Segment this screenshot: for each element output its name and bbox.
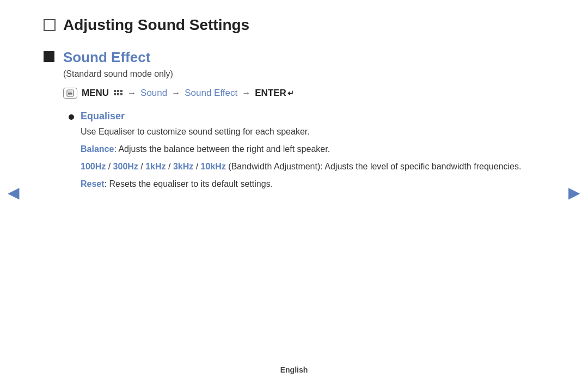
balance-text: : Adjusts the balance between the right … [114,144,330,154]
reset-text: : Resets the equaliser to its default se… [105,179,273,188]
arrow-1: → [127,88,136,98]
equaliser-content: Equaliser Use Equaliser to customize sou… [81,111,544,195]
arrow-2: → [171,88,180,98]
menu-label: MENU [82,88,109,99]
slash-2: / [140,162,145,171]
svg-rect-5 [117,90,119,92]
slash-4: / [196,162,201,171]
footer-language: English [280,365,308,374]
section-subtitle: (Standard sound mode only) [63,69,544,79]
svg-rect-8 [117,93,119,95]
arrow-3: → [242,88,250,98]
svg-rect-4 [114,90,116,92]
freq-10k: 10kHz [201,162,226,171]
svg-rect-7 [114,93,116,95]
sound-link: Sound [140,88,167,99]
slash-1: / [108,162,113,171]
menu-path: MENU → Sound → Sound Effect → ENTER↵ [63,88,544,99]
balance-line: Balance: Adjusts the balance between the… [81,143,544,156]
freq-100: 100Hz [81,162,106,171]
frequency-line: 100Hz / 300Hz / 1kHz / 3kHz / 10kHz (Ban… [81,160,544,173]
freq-description: (Bandwidth Adjustment): Adjusts the leve… [228,162,521,171]
equaliser-title: Equaliser [81,111,544,122]
section-marker [44,51,54,62]
remote-icon [66,89,74,97]
freq-3k: 3kHz [173,162,193,171]
slash-3: / [168,162,173,171]
equaliser-item: Equaliser Use Equaliser to customize sou… [69,111,544,195]
bullet-section: Equaliser Use Equaliser to customize sou… [69,111,544,195]
svg-rect-6 [120,90,122,92]
equaliser-description: Use Equaliser to customize sound setting… [81,125,544,138]
svg-rect-9 [120,93,122,95]
reset-line: Reset: Resets the equaliser to its defau… [81,178,544,191]
freq-300: 300Hz [113,162,138,171]
enter-label: ENTER↵ [255,88,294,99]
sound-effect-link: Sound Effect [185,88,237,99]
page-title: Adjusting Sound Settings [44,16,544,34]
menu-icon-box [63,88,77,99]
bullet-dot [69,114,74,120]
page-title-text: Adjusting Sound Settings [63,16,249,34]
section-title: Sound Effect [63,49,544,66]
grid-icon [113,89,123,97]
freq-1k: 1kHz [145,162,166,171]
section-content: Sound Effect (Standard sound mode only) … [63,49,544,200]
balance-label: Balance [81,144,114,154]
checkbox-icon [44,19,56,31]
section-block: Sound Effect (Standard sound mode only) … [44,49,544,200]
reset-label: Reset [81,179,105,188]
